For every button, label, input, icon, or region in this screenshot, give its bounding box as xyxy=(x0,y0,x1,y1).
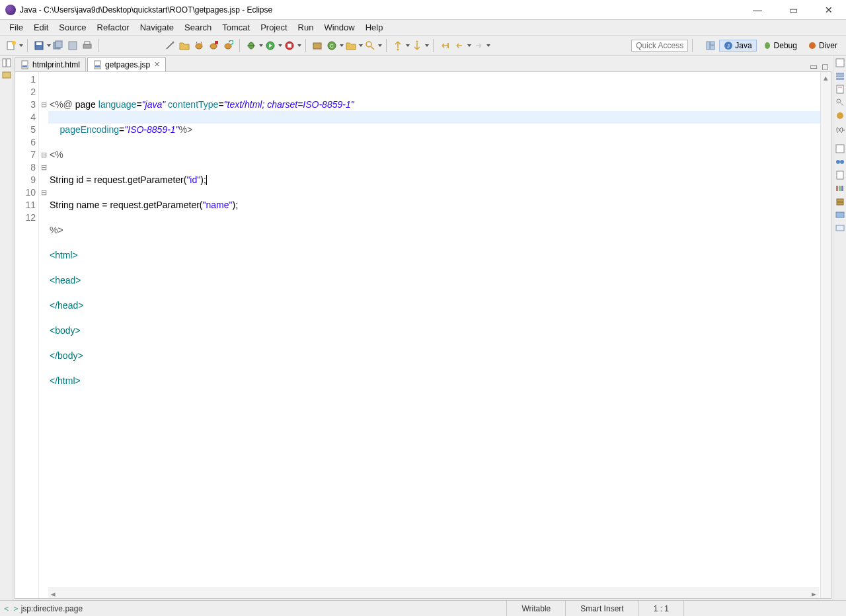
svg-rect-13 xyxy=(215,41,218,44)
menu-source[interactable]: Source xyxy=(54,21,91,34)
status-position: 1 : 1 xyxy=(638,601,683,616)
ln: 10 xyxy=(15,186,36,199)
debug-button[interactable] xyxy=(245,40,257,52)
last-edit-button[interactable] xyxy=(439,40,451,52)
close-window-button[interactable]: ✕ xyxy=(817,2,841,18)
tasks-icon[interactable] xyxy=(835,111,845,120)
status-insert: Smart Insert xyxy=(565,601,638,616)
horizontal-scrollbar[interactable]: ◂▸ xyxy=(48,588,819,598)
maximize-button[interactable]: ▭ xyxy=(781,2,805,18)
run-button[interactable] xyxy=(264,40,276,52)
dropdown-icon[interactable] xyxy=(486,44,490,47)
quick-access-input[interactable] xyxy=(631,40,688,52)
annotation-next-button[interactable] xyxy=(411,40,423,52)
perspective-java[interactable]: JJava xyxy=(719,40,756,52)
restore-icon[interactable] xyxy=(835,58,845,67)
package-explorer-icon[interactable] xyxy=(2,70,11,79)
fold-column: ⊟ ⊟⊟ ⊟ xyxy=(39,72,48,598)
fold-icon[interactable]: ⊟ xyxy=(39,186,48,199)
tomcat-restart-button[interactable] xyxy=(222,40,234,52)
save-all-button[interactable] xyxy=(52,40,64,52)
restore-icon[interactable] xyxy=(835,144,845,153)
perspective-debug-label: Debug xyxy=(774,41,797,50)
menu-search[interactable]: Search xyxy=(179,21,217,34)
dropdown-icon[interactable] xyxy=(19,44,23,47)
menu-window[interactable]: Window xyxy=(319,21,360,34)
open-type-icon[interactable] xyxy=(345,40,357,52)
open-type-button[interactable] xyxy=(178,40,190,52)
save-button[interactable] xyxy=(33,40,45,52)
tomcat-start-button[interactable] xyxy=(193,40,205,52)
menu-refactor[interactable]: Refactor xyxy=(92,21,135,34)
perspective-debug[interactable]: Debug xyxy=(758,40,802,52)
restore-icon[interactable] xyxy=(2,58,11,67)
svg-rect-43 xyxy=(836,59,844,67)
dropdown-icon[interactable] xyxy=(359,44,363,47)
annotation-prev-button[interactable] xyxy=(392,40,404,52)
task-list-icon[interactable] xyxy=(835,85,845,94)
console-icon[interactable] xyxy=(835,223,845,233)
tab-htmlprint[interactable]: htmlprint.html xyxy=(15,57,86,71)
dropdown-icon[interactable] xyxy=(378,44,382,47)
menu-file[interactable]: File xyxy=(4,21,28,34)
back-button[interactable] xyxy=(453,40,465,52)
perspective-diver[interactable]: Diver xyxy=(803,40,842,52)
search-view-icon[interactable] xyxy=(835,98,845,107)
menu-help[interactable]: Help xyxy=(360,21,389,34)
fold-icon[interactable]: ⊟ xyxy=(39,161,48,174)
menu-run[interactable]: Run xyxy=(293,21,319,34)
dropdown-icon[interactable] xyxy=(47,44,51,47)
toolbar: C JJava Debug Diver xyxy=(0,36,846,56)
svg-rect-36 xyxy=(3,59,6,67)
problems-icon[interactable] xyxy=(835,210,845,219)
menu-edit[interactable]: Edit xyxy=(28,21,54,34)
fold-icon[interactable]: ⊟ xyxy=(39,149,48,161)
tab-label: htmlprint.html xyxy=(32,60,80,69)
svg-point-27 xyxy=(416,40,418,42)
forward-button[interactable] xyxy=(473,40,484,52)
maximize-view-icon[interactable]: ◻ xyxy=(822,61,829,71)
svg-point-1 xyxy=(12,41,16,45)
expressions-icon[interactable]: (x)= xyxy=(835,124,845,134)
wand-icon[interactable] xyxy=(164,40,176,52)
menu-project[interactable]: Project xyxy=(255,21,292,34)
code-area[interactable]: <%@ page language="java" contentType="te… xyxy=(48,72,820,598)
tab-getpages[interactable]: getpages.jsp ✕ xyxy=(87,57,166,71)
dropdown-icon[interactable] xyxy=(297,44,301,47)
svg-rect-30 xyxy=(711,42,714,45)
save-as-button[interactable] xyxy=(67,40,79,52)
svg-rect-31 xyxy=(711,46,714,50)
dropdown-icon[interactable] xyxy=(278,44,282,47)
minimize-button[interactable]: — xyxy=(746,2,769,18)
fold-icon[interactable]: ⊟ xyxy=(39,98,48,111)
external-tools-button[interactable] xyxy=(284,40,295,52)
svg-rect-39 xyxy=(22,61,28,69)
breadcrumb[interactable]: jsp:directive.page xyxy=(21,604,83,613)
dropdown-icon[interactable] xyxy=(467,44,471,47)
new-package-button[interactable] xyxy=(311,40,323,52)
print-button[interactable] xyxy=(81,40,93,52)
dropdown-icon[interactable] xyxy=(425,44,429,47)
vertical-scrollbar[interactable]: ▴ xyxy=(820,72,831,598)
svg-rect-47 xyxy=(837,85,843,93)
palette-icon[interactable] xyxy=(835,184,845,193)
open-perspective-button[interactable] xyxy=(705,40,716,52)
search-button[interactable] xyxy=(364,40,376,52)
menu-navigate[interactable]: Navigate xyxy=(135,21,179,34)
new-button[interactable] xyxy=(5,40,17,52)
servers-icon[interactable] xyxy=(835,197,845,206)
dropdown-icon[interactable] xyxy=(406,44,410,47)
menu-tomcat[interactable]: Tomcat xyxy=(217,21,255,34)
svg-rect-62 xyxy=(836,212,844,217)
outline-icon[interactable] xyxy=(835,71,845,81)
svg-point-34 xyxy=(765,42,770,49)
tomcat-stop-button[interactable] xyxy=(208,40,219,52)
svg-rect-7 xyxy=(83,44,91,48)
snippets-icon[interactable] xyxy=(835,171,845,180)
close-tab-icon[interactable]: ✕ xyxy=(154,60,160,69)
dropdown-icon[interactable] xyxy=(340,44,344,47)
breakpoints-icon[interactable] xyxy=(835,157,845,167)
new-class-button[interactable]: C xyxy=(326,40,338,52)
minimize-view-icon[interactable]: ▭ xyxy=(810,61,818,71)
dropdown-icon[interactable] xyxy=(259,44,263,47)
